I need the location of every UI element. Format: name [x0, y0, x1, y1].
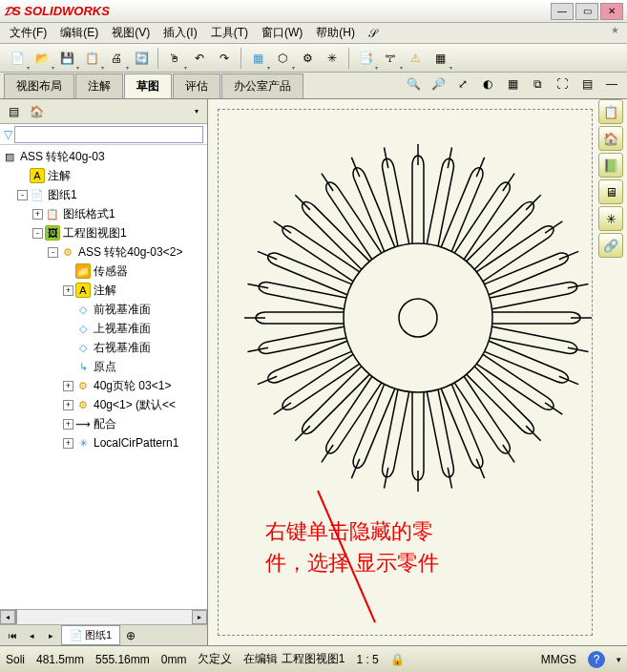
- menu-edit[interactable]: 编辑(E): [54, 23, 104, 43]
- command-button[interactable]: ✳: [321, 47, 344, 70]
- tab-evaluate[interactable]: 评估: [173, 74, 220, 98]
- dock-link-button[interactable]: 🔗: [598, 233, 623, 258]
- menu-script[interactable]: 𝒮: [363, 25, 382, 42]
- zoom-prev-button[interactable]: ⤢: [451, 73, 474, 95]
- expand-icon[interactable]: +: [63, 285, 73, 296]
- refresh-button[interactable]: 🔄: [130, 47, 153, 70]
- tab-view-layout[interactable]: 视图布局: [4, 74, 74, 98]
- help-icon[interactable]: ?: [588, 651, 605, 668]
- menu-tools[interactable]: 工具(T): [205, 23, 254, 43]
- add-sheet-button[interactable]: ⊕: [122, 627, 139, 644]
- dock-property-button[interactable]: 🖥: [598, 179, 623, 204]
- tree-node[interactable]: +✳LocalCirPattern1: [0, 433, 207, 452]
- expand-icon[interactable]: -: [32, 228, 43, 239]
- dock-home-button[interactable]: 🏠: [598, 126, 623, 151]
- expand-icon[interactable]: +: [63, 438, 73, 449]
- expand-icon: [63, 324, 73, 334]
- grid-button[interactable]: ▦▾: [246, 47, 269, 70]
- undo-button[interactable]: ↶: [188, 47, 211, 70]
- open-button[interactable]: 📂▾: [31, 47, 53, 70]
- drawing-canvas[interactable]: 右键单击隐藏的零 件，选择 显示零件: [208, 99, 627, 645]
- svg-line-11: [567, 347, 588, 351]
- first-sheet-button[interactable]: ⏮: [4, 627, 21, 644]
- sheet-tabs: ⏮ ◂ ▸ 📄 图纸1 ⊕: [0, 624, 207, 645]
- tab-annotation[interactable]: 注解: [75, 74, 123, 98]
- feature-tree[interactable]: ▨ ASS 转轮40g-03 A注解-📄图纸1+📋图纸格式1-🖼工程图视图1-⚙…: [0, 145, 207, 609]
- zoom-area-button[interactable]: 🔎: [427, 73, 449, 95]
- print-button[interactable]: 📋▾: [80, 47, 103, 70]
- tree-flat-icon[interactable]: ▤: [4, 102, 23, 121]
- tree-node[interactable]: +⚙40g<1> (默认<<: [0, 395, 207, 414]
- tree-node[interactable]: A注解: [0, 166, 207, 185]
- tree-scroll-h[interactable]: ◂ ▸: [0, 609, 207, 624]
- tree-node[interactable]: ↳原点: [0, 357, 207, 376]
- tab-office[interactable]: 办公室产品: [221, 74, 303, 98]
- expand-icon[interactable]: -: [48, 247, 58, 258]
- tree-node[interactable]: 📁传感器: [0, 262, 207, 281]
- tree-node[interactable]: +A注解: [0, 281, 207, 300]
- grid-snap-button[interactable]: ▤: [575, 73, 598, 95]
- prev-sheet-button[interactable]: ◂: [23, 627, 40, 644]
- tree-node[interactable]: +⚙40g页轮 03<1>: [0, 376, 207, 395]
- drawing-view: [241, 141, 595, 494]
- expand-icon[interactable]: +: [63, 381, 73, 391]
- node-label: 上视基准面: [94, 321, 151, 337]
- status-dropdown-icon[interactable]: ▾: [617, 655, 621, 664]
- expand-icon[interactable]: +: [32, 209, 43, 220]
- menu-file[interactable]: 文件(F): [4, 23, 52, 43]
- next-sheet-button[interactable]: ▸: [42, 627, 59, 644]
- tree-toolbar: ▤ 🏠 ▾: [0, 99, 207, 124]
- close-button[interactable]: ✕: [600, 3, 623, 20]
- tree-home-icon[interactable]: 🏠: [27, 102, 46, 121]
- scroll-right-icon[interactable]: ▸: [192, 610, 207, 624]
- print2-button[interactable]: 🖨▾: [105, 47, 128, 70]
- tree-node[interactable]: -📄图纸1: [0, 185, 207, 204]
- window-cascade-button[interactable]: ⧉: [526, 73, 549, 95]
- tree-node[interactable]: ◇前视基准面: [0, 300, 207, 319]
- expand-icon[interactable]: +: [63, 400, 73, 410]
- tree-filter-input[interactable]: [14, 126, 203, 143]
- minimize-button[interactable]: —: [551, 3, 574, 20]
- dock-task-button[interactable]: 📋: [598, 99, 623, 124]
- tree-node[interactable]: ◇右视基准面: [0, 338, 207, 357]
- section-button[interactable]: ◐: [476, 73, 499, 95]
- settings-button[interactable]: ⚙: [296, 47, 319, 70]
- expand-icon[interactable]: +: [63, 419, 73, 430]
- tree-filter-row: ▽: [0, 124, 207, 145]
- tree-dropdown-icon[interactable]: ▾: [190, 105, 203, 118]
- menu-help[interactable]: 帮助(H): [310, 23, 361, 43]
- menu-window[interactable]: 窗口(W): [256, 23, 308, 43]
- warning-icon[interactable]: ⚠: [404, 47, 427, 70]
- rebuild-button[interactable]: 📑▾: [354, 47, 377, 70]
- tree-node[interactable]: +📋图纸格式1: [0, 204, 207, 223]
- tree-node[interactable]: ◇上视基准面: [0, 319, 207, 338]
- menu-view[interactable]: 视图(V): [106, 23, 156, 43]
- scroll-left-icon[interactable]: ◂: [0, 610, 15, 624]
- modules-button[interactable]: ▦▾: [428, 47, 451, 70]
- tree-node[interactable]: -🖼工程图视图1: [0, 223, 207, 242]
- node-label: 传感器: [94, 263, 128, 280]
- menu-insert[interactable]: 插入(I): [157, 23, 202, 43]
- redo-button[interactable]: ↷: [213, 47, 236, 70]
- select-button[interactable]: 🖱▾: [163, 47, 186, 70]
- dock-custom-button[interactable]: ✳: [598, 206, 623, 231]
- tree-root[interactable]: ▨ ASS 转轮40g-03: [0, 147, 207, 166]
- statusbar: Soli 481.5mm 555.16mm 0mm 欠定义 在编辑 工程图视图1…: [0, 645, 627, 672]
- svg-line-33: [384, 147, 387, 168]
- tree-node[interactable]: -⚙ASS 转轮40g-03<2>: [0, 242, 207, 262]
- display-button[interactable]: ⬡▾: [271, 47, 294, 70]
- sheet-tab-1[interactable]: 📄 图纸1: [61, 625, 120, 645]
- dock-resource-button[interactable]: 📗: [598, 153, 623, 178]
- expand-icon[interactable]: -: [17, 190, 28, 200]
- maximize-button[interactable]: ▭: [575, 3, 598, 20]
- fullscreen-button[interactable]: ⛶: [551, 73, 574, 95]
- collapse-button[interactable]: —: [600, 73, 623, 95]
- zoom-fit-button[interactable]: 🔍: [402, 73, 425, 95]
- status-units[interactable]: MMGS: [541, 653, 576, 666]
- window-tile-button[interactable]: ▦: [501, 73, 524, 95]
- tree-node[interactable]: +⟿配合: [0, 414, 207, 433]
- save-button[interactable]: 💾▾: [55, 47, 78, 70]
- filter-button[interactable]: 🝖▾: [379, 47, 402, 70]
- new-button[interactable]: 📄▾: [6, 47, 29, 70]
- tab-sketch[interactable]: 草图: [124, 74, 172, 98]
